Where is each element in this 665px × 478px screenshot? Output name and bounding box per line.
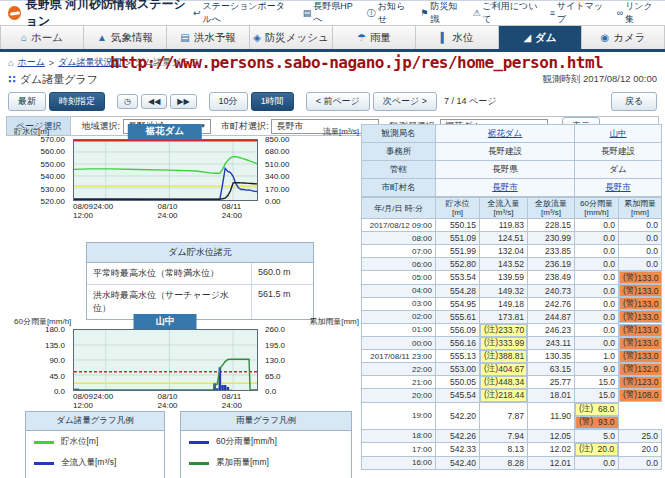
- nav-tab-rainfall[interactable]: ☂雨量: [333, 26, 416, 49]
- camera-icon: ◉: [601, 32, 610, 43]
- flag-value: 93.0: [598, 417, 615, 427]
- table-row: 2017/08/12 09:00550.15119.83228.150.00.0: [362, 219, 662, 232]
- info-value: 裾花ダム: [436, 125, 575, 143]
- nav-tab-camera[interactable]: ◉カメラ: [582, 26, 665, 49]
- rain-chart-plot: [73, 329, 258, 391]
- brand-logo-icon: [8, 6, 21, 20]
- dam-spec-row: 平常時最高水位（常時満水位）560.0 m: [87, 263, 313, 285]
- x-axis-tick: 08/1124:00: [222, 202, 242, 220]
- time-cell: 20:00: [362, 389, 436, 403]
- column-header: 貯水位[m]: [436, 198, 480, 219]
- flag-label: (警): [623, 350, 637, 362]
- rewind-button[interactable]: ◀◀: [141, 94, 167, 109]
- value-cell: 551.99: [436, 245, 480, 258]
- next-page-button[interactable]: 次ページ >: [373, 92, 437, 111]
- flag-value: 68.0: [598, 404, 615, 414]
- legend-boxes: ダム諸量グラフ凡例 貯水位[m]全流入量[m³/s]全放流量[m³/s]全流入量…: [25, 411, 352, 478]
- station-link[interactable]: 長野市: [492, 182, 518, 192]
- legend-label: 60分雨量[mm/h]: [216, 436, 277, 448]
- time-cell: 05:00: [362, 271, 436, 285]
- column-header-line2: [m³/s]: [528, 208, 574, 217]
- interval-1hour-button[interactable]: 1時間: [251, 92, 294, 111]
- rain-chart-right-ticks: 260.0195.0130.065.00.0: [262, 329, 322, 391]
- table-row: 22:00553.00(注)404.6763.159.0(警)132.0: [362, 363, 662, 376]
- y-axis-tick: 520.00: [41, 197, 65, 206]
- nav-tab-weather[interactable]: ▲気象情報: [84, 26, 167, 49]
- clock-button[interactable]: ◷: [117, 94, 138, 109]
- value-cell: 238.49: [528, 271, 575, 285]
- value-cell: 0.0: [575, 245, 619, 258]
- toplink-sitemap[interactable]: ≡サイトマップ: [550, 0, 606, 26]
- column-header: 全流入量[m³/s]: [480, 198, 528, 219]
- toplink-notice[interactable]: ⓘお知らせ: [367, 0, 410, 26]
- header-row: 年/月/日 時:分貯水位[m]全流入量[m³/s]全放流量[m³/s]60分雨量…: [362, 198, 662, 219]
- value-cell: 0.0: [619, 258, 662, 271]
- value-cell: 7.94: [480, 429, 528, 442]
- prev-page-button[interactable]: < 前ページ: [306, 92, 370, 111]
- nav-tab-water-level[interactable]: ▍水位: [416, 26, 499, 49]
- nav-tab-dam[interactable]: ◢ダム: [499, 26, 582, 49]
- flag-value: 233.70: [498, 325, 524, 335]
- value-cell: 542.40: [436, 456, 480, 469]
- value-cell: 25.77: [528, 376, 575, 389]
- y-axis-tick: 45.0: [49, 372, 65, 381]
- y-axis-tick: 850.00: [265, 135, 289, 144]
- value-cell: 236.19: [528, 258, 575, 271]
- y-axis-tick: 180.0: [45, 325, 65, 334]
- table-row: 17:00542.338.1312.02(注)20.020.0: [362, 442, 662, 456]
- value-cell: (警)133.0: [619, 350, 662, 363]
- flag-label: (注): [484, 350, 498, 362]
- interval-10min-button[interactable]: 10分: [209, 92, 248, 111]
- top-header: 長野県 河川砂防情報ステーション ↩ステーションポータルへ▤長野県HPへⓘお知ら…: [0, 0, 665, 25]
- time-select-button[interactable]: 時刻指定: [49, 92, 105, 111]
- nav-tab-home[interactable]: ⌂ホーム: [0, 26, 84, 49]
- toplink-label: 防災知識: [430, 0, 461, 26]
- time-cell: 2017/08/11 23:00: [362, 350, 436, 363]
- station-link[interactable]: 長野市: [605, 182, 631, 192]
- y-axis-tick: 65.0: [265, 372, 281, 381]
- nav-tab-label: 気象情報: [111, 31, 153, 45]
- dam-chart-right-ticks: 850.00680.00510.00340.00170.000.00: [262, 139, 322, 201]
- rain-chart-title-badge: 山中: [134, 314, 197, 329]
- table-row: 01:00556.09(注)233.70246.230.0(警)133.0: [362, 323, 662, 337]
- forward-button[interactable]: ▶▶: [170, 94, 196, 109]
- breadcrumb-home[interactable]: ホーム: [17, 56, 44, 69]
- flag-label: (警): [623, 285, 637, 297]
- x-axis-tick: 08/1024:00: [158, 202, 178, 220]
- legend-swatch: [34, 462, 54, 465]
- flag-value: 108.0: [637, 390, 658, 400]
- legend-item: 60分雨量[mm/h]: [181, 431, 351, 452]
- value-cell: 9.0: [575, 363, 619, 376]
- table-row: 00:00556.16(注)333.99243.110.0(警)133.0: [362, 337, 662, 350]
- latest-button[interactable]: 最新: [8, 92, 46, 111]
- station-link[interactable]: 山中: [610, 128, 627, 138]
- toplink-label: 長野県HPへ: [313, 0, 355, 26]
- value-cell: (警)133.0: [619, 271, 662, 284]
- info-value: ダム: [575, 161, 662, 179]
- value-cell: 149.18: [480, 297, 528, 310]
- column-header: 累加雨量[mm]: [619, 198, 662, 219]
- x-tick-time: 12:00: [73, 211, 93, 220]
- dam-chart-right-axis-label: 流量[m³/s]: [323, 126, 359, 137]
- disaster-mesh-icon: ◈: [253, 32, 261, 43]
- home-icon: ⌂: [8, 58, 13, 68]
- nav-tab-flood-forecast[interactable]: ▤洪水予報: [167, 26, 250, 49]
- column-header-line2: [m³/s]: [480, 208, 527, 217]
- station-link[interactable]: 裾花ダム: [488, 128, 522, 138]
- value-cell: 244.87: [528, 310, 575, 323]
- flag-label: (警): [623, 363, 637, 375]
- back-button[interactable]: 戻る: [611, 92, 657, 111]
- legend-swatch: [34, 441, 54, 444]
- nav-tab-disaster-mesh[interactable]: ◈防災メッシュ: [250, 26, 333, 49]
- value-cell: (警)93.0: [575, 416, 619, 429]
- value-cell: 63.15: [528, 363, 575, 376]
- value-cell: (警)108.0: [619, 389, 662, 402]
- toplink-disaster-knowledge[interactable]: ⚑防災知識: [420, 0, 461, 26]
- x-tick-time: 24:00: [222, 211, 242, 220]
- toplink-usage[interactable]: ⚠ご利用について: [473, 0, 539, 26]
- column-header: 年/月/日 時:分: [362, 198, 436, 219]
- toplink-pref-hp[interactable]: ▤長野県HPへ: [303, 0, 356, 26]
- toplink-station-portal[interactable]: ↩ステーションポータルへ: [193, 0, 292, 26]
- toplink-link-collection[interactable]: ∞リンク集: [617, 0, 657, 26]
- value-cell: (警)133.0: [619, 337, 662, 350]
